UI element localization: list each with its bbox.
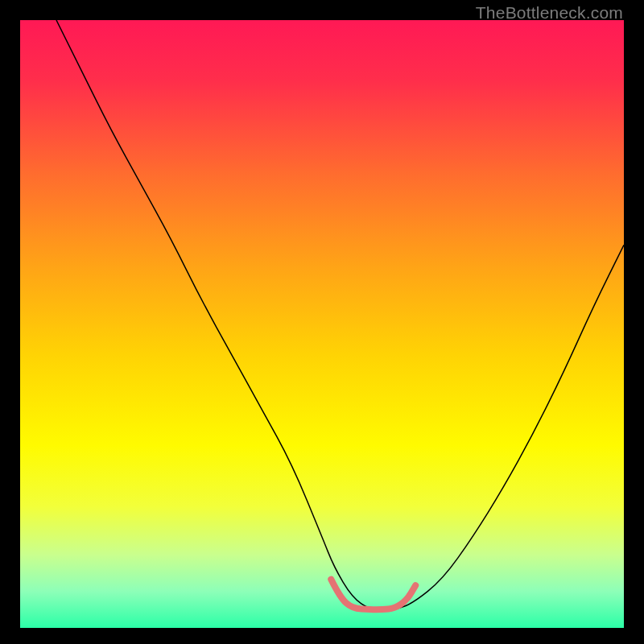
chart-container: TheBottleneck.com [0,0,644,644]
watermark-text: TheBottleneck.com [476,3,623,23]
plot-area [20,20,624,628]
bottleneck-curve [56,20,624,609]
curve-layer [20,20,624,628]
